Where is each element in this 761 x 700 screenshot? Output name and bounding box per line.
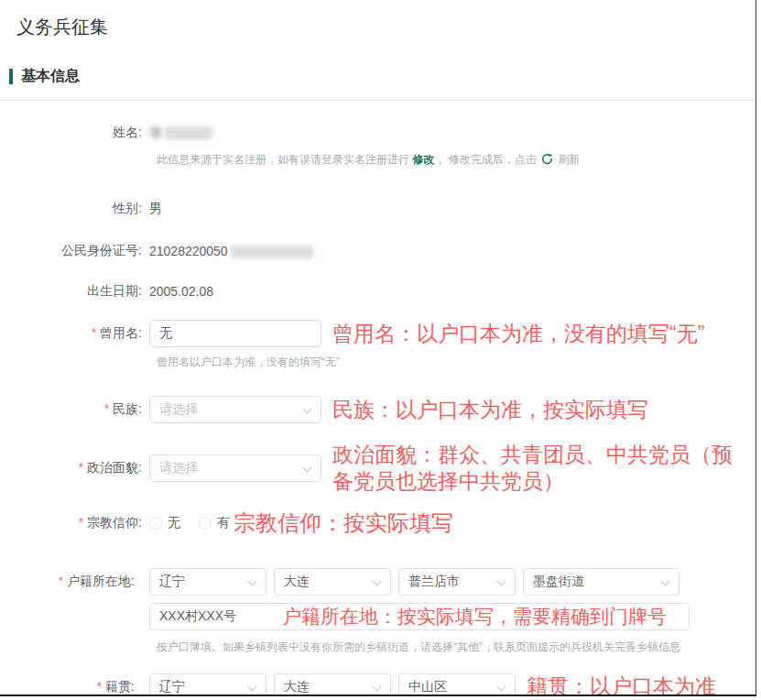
chevron-down-icon bbox=[248, 576, 257, 585]
native-district-value: 中山区 bbox=[408, 679, 447, 695]
section-title: 基本信息 bbox=[21, 67, 80, 86]
former-name-helper: 曾用名以户口本为准，没有的填写“无” bbox=[157, 355, 756, 370]
native-province-value: 辽宁 bbox=[159, 679, 185, 695]
radio-circle-icon bbox=[199, 517, 212, 530]
political-status-label: 政治面貌: bbox=[0, 460, 149, 476]
household-helper: 按户口簿填。如果乡镇列表中没有你所需的乡镇街道，请选择“其他”，联系页面提示的兵… bbox=[157, 640, 756, 655]
political-status-placeholder: 请选择 bbox=[159, 460, 198, 476]
name-redaction-block bbox=[165, 126, 212, 139]
id-number-value: 21028220050 bbox=[149, 244, 313, 258]
chevron-down-icon bbox=[497, 576, 506, 585]
religion-option-has-label: 有 bbox=[217, 515, 230, 531]
gender-row: 性别: 男 bbox=[0, 201, 756, 217]
realname-note: 此信息来源于实名注册，如有误请登录实名注册进行 修改， 修改完成后，点击 刷新 bbox=[157, 152, 756, 168]
political-status-annotation: 政治面貌：群众、共青团员、中共党员（预备党员也选择中共党员） bbox=[332, 442, 746, 495]
native-province-select[interactable]: 辽宁 bbox=[149, 673, 266, 697]
religion-radio-has[interactable]: 有 bbox=[199, 515, 230, 531]
native-city-select[interactable]: 大连 bbox=[274, 673, 391, 697]
religion-annotation: 宗教信仰：按实际填写 bbox=[234, 509, 453, 537]
realname-note-text-2: ， 修改完成后，点击 bbox=[434, 153, 539, 166]
section-header: 基本信息 bbox=[9, 67, 756, 86]
household-city-value: 大连 bbox=[284, 574, 310, 590]
id-number-row: 公民身份证号: 21028220050 bbox=[0, 243, 756, 259]
household-address-row: 户籍所在地：按实际填写，需要精确到门牌号 bbox=[0, 603, 756, 630]
native-place-annotation: 籍贯：以户口本为准 bbox=[527, 673, 716, 696]
household-city-select[interactable]: 大连 bbox=[274, 568, 391, 596]
religion-row: 宗教信仰: 无 有 宗教信仰：按实际填写 bbox=[0, 509, 756, 537]
former-name-annotation: 曾用名：以户口本为准，没有的填写“无” bbox=[332, 321, 704, 347]
realname-note-text-1: 此信息来源于实名注册，如有误请登录实名注册进行 bbox=[157, 153, 412, 166]
religion-option-none-label: 无 bbox=[168, 515, 180, 531]
political-status-select[interactable]: 请选择 bbox=[149, 454, 321, 482]
ethnicity-annotation: 民族：以户口本为准，按实际填写 bbox=[332, 397, 648, 423]
radio-circle-icon bbox=[149, 517, 162, 530]
id-number-redaction-block bbox=[231, 246, 313, 258]
modify-link[interactable]: 修改 bbox=[412, 153, 434, 166]
birth-date-row: 出生日期: 2005.02.08 bbox=[0, 283, 756, 300]
household-town-select[interactable]: 墨盘街道 bbox=[523, 568, 679, 596]
id-number-label: 公民身份证号: bbox=[0, 243, 149, 259]
birth-date-value: 2005.02.08 bbox=[149, 284, 213, 299]
section-accent-bar bbox=[9, 69, 13, 84]
religion-radio-none[interactable]: 无 bbox=[149, 515, 180, 531]
page-title: 义务兵征集 bbox=[0, 0, 756, 39]
birth-date-label: 出生日期: bbox=[0, 283, 149, 300]
chevron-down-icon bbox=[303, 463, 312, 472]
name-label: 姓名: bbox=[0, 125, 149, 141]
native-place-label: 籍贯: bbox=[0, 679, 142, 695]
name-value-redacted: 张 bbox=[149, 125, 162, 139]
ethnicity-select[interactable]: 请选择 bbox=[149, 396, 321, 423]
chevron-down-icon bbox=[303, 405, 312, 414]
political-status-row: 政治面貌: 请选择 政治面貌：群众、共青团员、中共党员（预备党员也选择中共党员） bbox=[0, 442, 756, 495]
realname-note-text-3: 刷新 bbox=[555, 153, 580, 166]
former-name-row: 曾用名: 曾用名：以户口本为准，没有的填写“无” bbox=[0, 320, 756, 347]
name-value: 张 bbox=[149, 125, 212, 141]
household-location-row: 户籍所在地: 辽宁 大连 普兰店市 墨盘街道 bbox=[0, 568, 756, 596]
native-place-row: 籍贯: 辽宁 大连 中山区 籍贯：以户口本为准 bbox=[0, 673, 756, 697]
household-address-wrap: 户籍所在地：按实际填写，需要精确到门牌号 bbox=[149, 603, 690, 630]
chevron-down-icon bbox=[373, 682, 382, 691]
chevron-down-icon bbox=[497, 682, 506, 691]
household-town-value: 墨盘街道 bbox=[533, 574, 584, 590]
religion-label: 宗教信仰: bbox=[0, 515, 149, 531]
native-district-select[interactable]: 中山区 bbox=[398, 673, 516, 697]
household-address-input[interactable] bbox=[149, 603, 690, 630]
ethnicity-row: 民族: 请选择 民族：以户口本为准，按实际填写 bbox=[0, 396, 756, 423]
gender-value: 男 bbox=[149, 201, 162, 217]
id-number-visible: 21028220050 bbox=[149, 244, 228, 258]
household-province-value: 辽宁 bbox=[159, 574, 185, 590]
former-name-input[interactable] bbox=[149, 320, 321, 347]
household-county-value: 普兰店市 bbox=[408, 574, 460, 590]
refresh-icon[interactable] bbox=[541, 153, 553, 165]
ethnicity-label: 民族: bbox=[0, 401, 149, 418]
conscription-form-page: 义务兵征集 基本信息 姓名: 张 此信息来源于实名注册，如有误请登录实名注册进行… bbox=[0, 0, 756, 696]
section-divider bbox=[0, 100, 756, 101]
household-province-select[interactable]: 辽宁 bbox=[149, 568, 266, 596]
household-location-label: 户籍所在地: bbox=[0, 574, 142, 590]
name-row: 姓名: 张 bbox=[0, 125, 756, 141]
chevron-down-icon bbox=[248, 682, 257, 691]
chevron-down-icon bbox=[373, 576, 382, 585]
gender-label: 性别: bbox=[0, 201, 149, 217]
former-name-label: 曾用名: bbox=[0, 325, 149, 342]
household-county-select[interactable]: 普兰店市 bbox=[398, 568, 516, 596]
native-city-value: 大连 bbox=[284, 679, 310, 695]
ethnicity-placeholder: 请选择 bbox=[159, 401, 198, 418]
chevron-down-icon bbox=[661, 576, 670, 585]
